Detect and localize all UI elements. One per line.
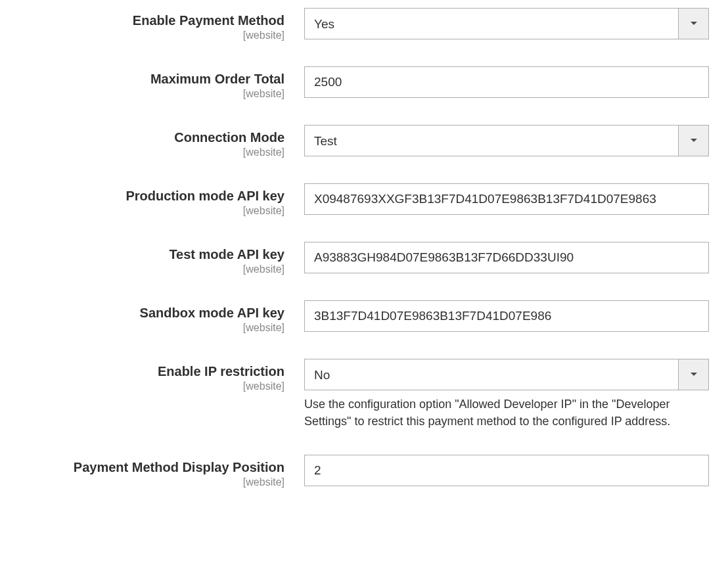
input-col [304, 455, 709, 486]
scope-label: [website] [12, 30, 284, 41]
field-production-api-key: Production mode API key [website] [12, 183, 716, 217]
label-col: Maximum Order Total [website] [12, 66, 304, 100]
scope-label: [website] [12, 322, 284, 334]
input-col [304, 300, 709, 332]
test-api-key-input[interactable] [304, 242, 709, 273]
label-col: Sandbox mode API key [website] [12, 300, 304, 334]
connection-mode-select[interactable]: Test [304, 125, 709, 156]
label-col: Production mode API key [website] [12, 183, 304, 217]
sandbox-api-key-input[interactable] [304, 300, 709, 332]
enable-payment-method-select[interactable]: Yes [304, 8, 709, 39]
scope-label: [website] [12, 88, 284, 100]
field-display-position: Payment Method Display Position [website… [12, 455, 716, 488]
scope-label: [website] [12, 380, 284, 392]
select-wrap: No [304, 359, 709, 390]
input-col [304, 66, 709, 98]
select-wrap: Yes [304, 8, 709, 39]
label-maximum-order-total: Maximum Order Total [150, 72, 284, 86]
label-enable-payment-method: Enable Payment Method [133, 13, 284, 28]
field-enable-payment-method: Enable Payment Method [website] Yes [12, 8, 716, 41]
label-col: Test mode API key [website] [12, 242, 304, 275]
label-col: Connection Mode [website] [12, 125, 304, 158]
field-connection-mode: Connection Mode [website] Test [12, 125, 716, 158]
scope-label: [website] [12, 264, 284, 275]
input-col: Test [304, 125, 709, 156]
input-col [304, 183, 709, 215]
label-production-api-key: Production mode API key [125, 189, 284, 203]
input-col: Yes [304, 8, 709, 39]
label-col: Enable IP restriction [website] [12, 359, 304, 392]
scope-label: [website] [12, 147, 284, 158]
input-col [304, 242, 709, 273]
select-wrap: Test [304, 125, 709, 156]
maximum-order-total-input[interactable] [304, 66, 709, 98]
ip-restriction-helper-text: Use the configuration option "Allowed De… [304, 396, 698, 430]
label-col: Payment Method Display Position [website… [12, 455, 304, 488]
production-api-key-input[interactable] [304, 183, 709, 215]
enable-ip-restriction-select[interactable]: No [304, 359, 709, 390]
label-enable-ip-restriction: Enable IP restriction [158, 364, 284, 378]
field-test-api-key: Test mode API key [website] [12, 242, 716, 275]
scope-label: [website] [12, 205, 284, 217]
scope-label: [website] [12, 476, 284, 488]
label-display-position: Payment Method Display Position [74, 460, 284, 474]
display-position-input[interactable] [304, 455, 709, 486]
label-test-api-key: Test mode API key [169, 247, 284, 262]
label-connection-mode: Connection Mode [174, 130, 284, 145]
field-maximum-order-total: Maximum Order Total [website] [12, 66, 716, 100]
label-col: Enable Payment Method [website] [12, 8, 304, 41]
field-enable-ip-restriction: Enable IP restriction [website] No Use t… [12, 359, 716, 430]
label-sandbox-api-key: Sandbox mode API key [140, 306, 284, 320]
field-sandbox-api-key: Sandbox mode API key [website] [12, 300, 716, 334]
input-col: No Use the configuration option "Allowed… [304, 359, 709, 430]
